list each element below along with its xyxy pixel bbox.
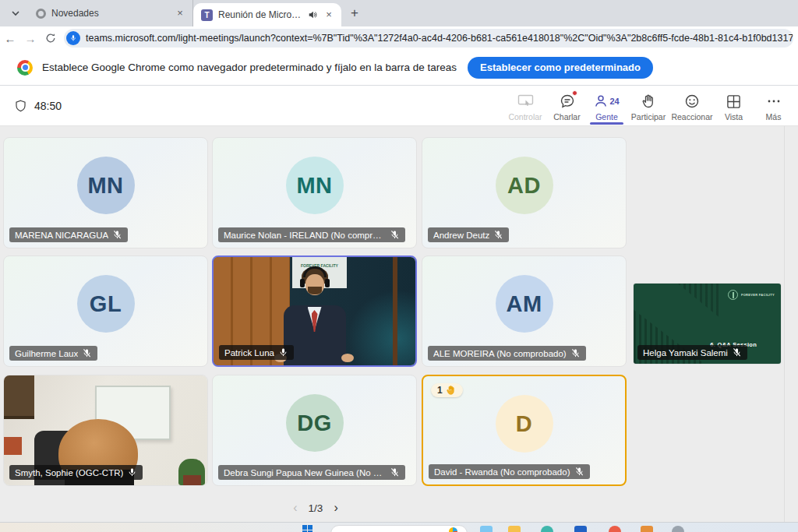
mic-on-icon <box>127 467 137 477</box>
participant-name-label: David - Rwanda (No comprobado) <box>429 464 590 479</box>
mic-on-icon <box>278 347 288 358</box>
forward-button[interactable]: → <box>20 32 41 45</box>
page-prev-button[interactable]: ‹ <box>293 501 297 515</box>
participant-name-label: Maurice Nolan - IRELAND (No comprobado) <box>218 227 405 242</box>
chrome-page-icon <box>36 9 46 19</box>
participant-name-label: Debra Sungi Papua New Guinea (No comprob… <box>218 465 405 480</box>
meeting-timer: 48:50 <box>34 100 62 112</box>
tab-teams-meeting[interactable]: T Reunión de Microsoft Teams × <box>193 3 341 26</box>
mic-muted-icon <box>732 347 742 358</box>
chrome-logo-icon <box>17 60 33 76</box>
taskbar-app-icon[interactable] <box>480 526 493 532</box>
raise-hand-icon <box>641 92 655 111</box>
windows-taskbar <box>0 522 798 532</box>
taskbar-app-icon[interactable] <box>508 526 521 532</box>
back-button[interactable]: ← <box>0 32 20 45</box>
banner-message: Establece Google Chrome como navegador p… <box>42 62 457 73</box>
url-text: teams.microsoft.com/light-meetings/launc… <box>86 33 793 44</box>
tab-audio-speaker-icon[interactable] <box>308 10 317 19</box>
mic-muted-icon <box>112 230 122 240</box>
toolbar-button-participar[interactable]: Participar <box>627 86 670 125</box>
participant-name-label: Patrick Luna <box>219 345 294 360</box>
avatar: AM <box>496 275 553 333</box>
page-indicator: 1/3 <box>309 502 323 514</box>
avatar: D <box>496 395 553 453</box>
chat-notification-dot <box>572 90 577 96</box>
taskbar-search-box[interactable] <box>330 525 468 532</box>
chat-icon <box>560 92 575 111</box>
toolbar-button-controlar[interactable]: Controlar <box>503 86 547 125</box>
avatar: DG <box>286 394 344 452</box>
tab-novedades[interactable]: Novedades × <box>28 0 193 26</box>
participant-name-label: MARENA NICARAGUA <box>9 227 128 242</box>
taskbar-app-icon[interactable] <box>672 526 684 532</box>
toolbar-button-gente[interactable]: 24 Gente <box>587 86 627 125</box>
screen-control-icon <box>517 92 534 111</box>
address-bar[interactable]: teams.microsoft.com/light-meetings/launc… <box>64 29 793 48</box>
shield-icon <box>14 99 27 113</box>
participant-tile-david[interactable]: 1 D David - Rwanda (No comprobado) <box>422 375 627 486</box>
default-browser-banner: Establece Google Chrome como navegador p… <box>0 50 798 86</box>
mic-muted-icon <box>493 230 503 240</box>
meeting-stage: MN MARENA NICARAGUA MN Maurice Nolan - I… <box>0 126 798 522</box>
mic-muted-icon <box>574 467 584 477</box>
gallery-pagination: ‹ 1/3 › <box>269 501 362 515</box>
mic-muted-icon <box>82 348 92 358</box>
teams-toolbar: 48:50 Controlar Charlar 24 <box>0 86 798 126</box>
taskbar-app-icon[interactable] <box>641 526 653 532</box>
grid-view-icon <box>726 92 741 111</box>
participant-tile-marena[interactable]: MN MARENA NICARAGUA <box>3 137 208 248</box>
avatar: AD <box>496 157 553 214</box>
tab-title: Novedades <box>51 8 168 19</box>
raised-hand-badge: 1 <box>431 383 463 397</box>
participant-tile-andrew[interactable]: AD Andrew Deutz <box>422 137 627 248</box>
tab-close-icon[interactable]: × <box>174 7 186 19</box>
participant-tile-ale[interactable]: AM ALE MOREIRA (No comprobado) <box>422 255 627 367</box>
taskbar-app-icon[interactable] <box>541 526 553 532</box>
toolbar-button-charlar[interactable]: Charlar <box>547 86 587 125</box>
reload-button[interactable] <box>41 33 61 44</box>
tab-close-icon[interactable]: × <box>323 9 335 21</box>
raised-hand-icon <box>446 385 456 396</box>
slide-logo-icon: FOREVER FACILITY <box>728 290 775 300</box>
mic-muted-icon <box>390 230 400 240</box>
participant-tile-helga-share[interactable]: FOREVER FACILITY 6. Q&A Session Helga Ya… <box>633 283 782 365</box>
avatar: GL <box>77 275 135 333</box>
teams-icon: T <box>201 9 213 21</box>
people-icon: 24 <box>594 92 619 111</box>
browser-navbar: ← → teams.microsoft.com/light-meetings/l… <box>0 26 798 50</box>
toolbar-button-reaccionar[interactable]: Reaccionar <box>670 86 714 125</box>
participant-tile-maurice[interactable]: MN Maurice Nolan - IRELAND (No comprobad… <box>212 137 417 248</box>
stage-divider <box>784 126 785 522</box>
taskbar-app-icon[interactable] <box>574 526 587 532</box>
avatar: MN <box>286 157 344 214</box>
smiley-icon <box>684 92 700 111</box>
windows-start-icon[interactable] <box>302 525 312 532</box>
tab-search-chevron-icon[interactable] <box>5 2 26 24</box>
participant-name-label: ALE MOREIRA (No comprobado) <box>428 346 586 361</box>
avatar: MN <box>77 157 135 214</box>
mic-muted-icon <box>570 348 581 358</box>
more-dots-icon <box>766 92 782 111</box>
participant-tile-guilherme[interactable]: GL Guilherme Laux <box>3 255 208 367</box>
tab-title: Reunión de Microsoft Teams <box>218 9 302 20</box>
mic-muted-icon <box>390 467 400 477</box>
participant-tile-debra[interactable]: DG Debra Sungi Papua New Guinea (No comp… <box>212 375 417 486</box>
toolbar-button-mas[interactable]: Más <box>754 86 793 125</box>
participant-tile-patrick-video[interactable]: FOREVER FACILITY Patrick Luna <box>212 255 417 367</box>
new-tab-button[interactable]: + <box>344 3 365 23</box>
participant-tile-sophie-video[interactable]: Smyth, Sophie (OGC-CTR) <box>3 375 208 486</box>
participant-name-label: Andrew Deutz <box>428 227 509 242</box>
set-default-button[interactable]: Establecer como predeterminado <box>468 57 653 79</box>
taskbar-app-icon[interactable] <box>609 526 621 532</box>
search-engine-icon <box>449 527 457 532</box>
participant-name-label: Smyth, Sophie (OGC-CTR) <box>9 465 143 480</box>
tab-strip: Novedades × T Reunión de Microsoft Teams… <box>0 0 798 26</box>
mic-permission-icon[interactable] <box>66 31 80 45</box>
participant-name-label: Helga Yamaki Salemi <box>637 345 747 360</box>
people-count-badge: 24 <box>609 97 619 106</box>
browser-window: Novedades × T Reunión de Microsoft Teams… <box>0 0 798 532</box>
page-next-button[interactable]: › <box>334 501 337 515</box>
toolbar-button-vista[interactable]: Vista <box>714 86 754 125</box>
participant-name-label: Guilherme Laux <box>9 346 97 361</box>
